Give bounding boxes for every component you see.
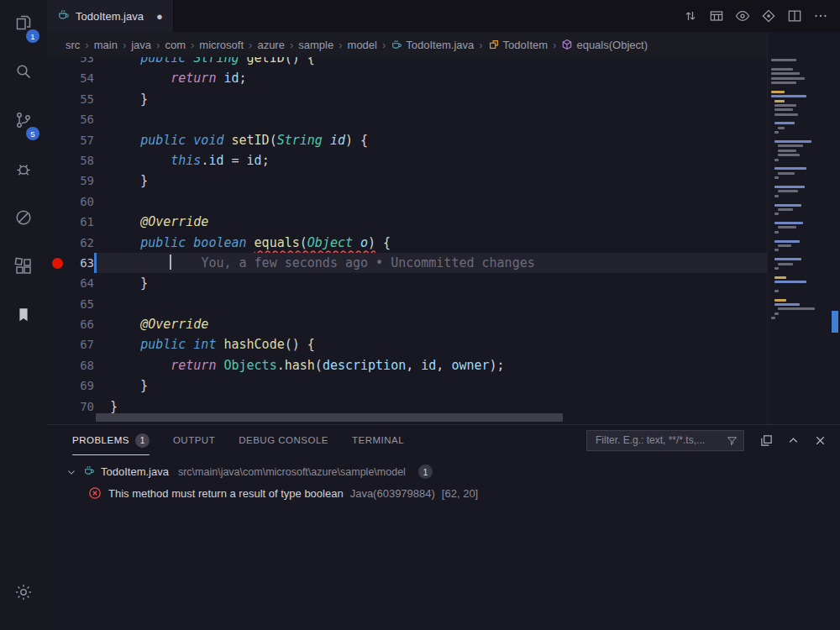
minimap-line xyxy=(778,127,785,129)
breadcrumb-item[interactable]: azure xyxy=(257,39,285,51)
more-actions-button[interactable] xyxy=(807,3,833,29)
breakpoint-gutter[interactable] xyxy=(47,212,69,232)
activity-item-debug[interactable] xyxy=(0,146,47,195)
breadcrumb-item[interactable]: src xyxy=(66,39,80,51)
panel-tab-terminal[interactable]: TERMINAL xyxy=(352,425,404,455)
editor-tab-todoitem[interactable]: TodoItem.java ● xyxy=(47,0,174,32)
line-content[interactable] xyxy=(94,294,767,314)
breadcrumb-symbol[interactable]: equals(Object) xyxy=(561,39,648,51)
code-token: id xyxy=(223,71,239,86)
split-editor-button[interactable] xyxy=(781,3,807,29)
breakpoint-gutter[interactable] xyxy=(47,57,69,68)
code-line[interactable]: 63 You, a few seconds ago • Uncommitted … xyxy=(47,253,767,273)
line-content[interactable]: public void setID(String id) { xyxy=(94,130,767,150)
activity-item-source-control[interactable]: 5 xyxy=(0,97,47,146)
breadcrumb-separator-icon: › xyxy=(290,39,293,51)
code-line[interactable]: 65 xyxy=(47,294,767,314)
breadcrumb-symbol[interactable]: TodoItem xyxy=(488,39,548,51)
line-content[interactable]: public boolean equals(Object o) { xyxy=(94,233,767,253)
line-content[interactable]: } xyxy=(94,375,767,396)
code-line[interactable]: 60 xyxy=(47,192,767,212)
breadcrumb-item[interactable]: com xyxy=(165,39,186,51)
activity-item-bookmarks[interactable] xyxy=(0,292,47,341)
line-content[interactable] xyxy=(94,192,767,212)
problems-file-row[interactable]: TodoItem.java src\main\java\com\microsof… xyxy=(47,461,840,482)
breakpoint-gutter[interactable] xyxy=(47,89,69,109)
breadcrumb-item[interactable]: sample xyxy=(298,39,333,51)
code-line[interactable]: 55 } xyxy=(47,89,767,109)
line-content[interactable] xyxy=(94,109,767,129)
code-line[interactable]: 62 public boolean equals(Object o) { xyxy=(47,233,767,253)
line-content[interactable]: } xyxy=(94,89,767,109)
panel-tab-debug-console[interactable]: DEBUG CONSOLE xyxy=(239,425,328,455)
breakpoint-gutter[interactable] xyxy=(47,150,69,171)
breakpoint-gutter[interactable] xyxy=(47,314,69,334)
breakpoint-gutter[interactable] xyxy=(47,355,69,375)
breakpoint-gutter[interactable] xyxy=(47,130,69,150)
line-content[interactable]: return id; xyxy=(94,68,767,88)
problems-filter-input[interactable] xyxy=(594,433,726,447)
breakpoint-icon[interactable] xyxy=(52,258,63,269)
line-content[interactable]: @Override xyxy=(94,314,767,334)
breakpoint-gutter[interactable] xyxy=(47,273,69,293)
panel-tab-output[interactable]: OUTPUT xyxy=(173,425,215,455)
panel-views-button[interactable] xyxy=(754,429,778,451)
code-line[interactable]: 67 public int hashCode() { xyxy=(47,334,767,354)
file-annotations-button[interactable] xyxy=(703,3,729,29)
activity-item-explorer[interactable]: 1 xyxy=(0,0,47,49)
code-line[interactable]: 59 } xyxy=(47,171,767,191)
code-line[interactable]: 69 } xyxy=(47,375,767,396)
code-line[interactable]: 66 @Override xyxy=(47,314,767,334)
modified-dot-icon[interactable]: ● xyxy=(156,10,163,23)
breakpoint-gutter[interactable] xyxy=(47,334,69,354)
close-panel-button[interactable] xyxy=(808,429,832,451)
code-line[interactable]: 54 return id; xyxy=(47,68,767,88)
panel-tab-problems[interactable]: PROBLEMS1 xyxy=(72,425,150,455)
line-content[interactable]: public String getID() { xyxy=(94,57,767,68)
chevron-down-icon[interactable] xyxy=(66,466,77,478)
problem-item-row[interactable]: This method must return a result of type… xyxy=(47,482,840,504)
code-line[interactable]: 68 return Objects.hash(description, id, … xyxy=(47,355,767,375)
code-line[interactable]: 53 public String getID() { xyxy=(47,57,767,68)
overview-ruler[interactable] xyxy=(829,32,840,424)
breadcrumb-item[interactable]: java xyxy=(131,39,151,51)
breakpoint-gutter[interactable] xyxy=(47,192,69,212)
compare-changes-button[interactable] xyxy=(677,3,703,29)
breakpoint-gutter[interactable] xyxy=(47,171,69,191)
activity-item-settings[interactable] xyxy=(0,570,47,618)
breakpoint-gutter[interactable] xyxy=(47,233,69,253)
filter-icon[interactable] xyxy=(726,434,738,447)
breakpoint-gutter[interactable] xyxy=(47,294,69,314)
breadcrumb-item[interactable]: microsoft xyxy=(199,39,244,51)
horizontal-scrollbar[interactable] xyxy=(96,413,563,422)
line-content[interactable]: You, a few seconds ago • Uncommitted cha… xyxy=(94,253,767,273)
breakpoint-gutter[interactable] xyxy=(47,396,69,417)
breakpoint-gutter[interactable] xyxy=(47,253,69,273)
code-line[interactable]: 61 @Override xyxy=(47,212,767,232)
line-content[interactable]: this.id = id; xyxy=(94,150,767,171)
line-content[interactable]: } xyxy=(94,171,767,191)
breadcrumb-file[interactable]: TodoItem.java xyxy=(391,39,474,51)
line-content[interactable]: } xyxy=(94,273,767,293)
line-content[interactable]: public int hashCode() { xyxy=(94,334,767,354)
breadcrumb-item[interactable]: model xyxy=(348,39,377,51)
toggle-blame-button[interactable] xyxy=(729,3,755,29)
code-line[interactable]: 64 } xyxy=(47,273,767,293)
line-content[interactable]: @Override xyxy=(94,212,767,232)
breadcrumb-separator-icon: › xyxy=(339,39,342,51)
breakpoint-gutter[interactable] xyxy=(47,68,69,88)
breakpoint-gutter[interactable] xyxy=(47,109,69,129)
minimap[interactable] xyxy=(767,32,829,424)
open-changes-button[interactable] xyxy=(755,3,781,29)
line-content[interactable]: return Objects.hash(description, id, own… xyxy=(94,355,767,375)
editor-scroll[interactable]: 53 public String getID() {54 return id;5… xyxy=(47,57,767,424)
activity-item-extensions[interactable] xyxy=(0,244,47,292)
breakpoint-gutter[interactable] xyxy=(47,375,69,396)
code-line[interactable]: 58 this.id = id; xyxy=(47,150,767,171)
maximize-panel-button[interactable] xyxy=(781,429,805,451)
code-line[interactable]: 56 xyxy=(47,109,767,129)
activity-item-run[interactable] xyxy=(0,195,47,244)
code-line[interactable]: 57 public void setID(String id) { xyxy=(47,130,767,150)
breadcrumb-item[interactable]: main xyxy=(94,39,118,51)
activity-item-search[interactable] xyxy=(0,49,47,97)
